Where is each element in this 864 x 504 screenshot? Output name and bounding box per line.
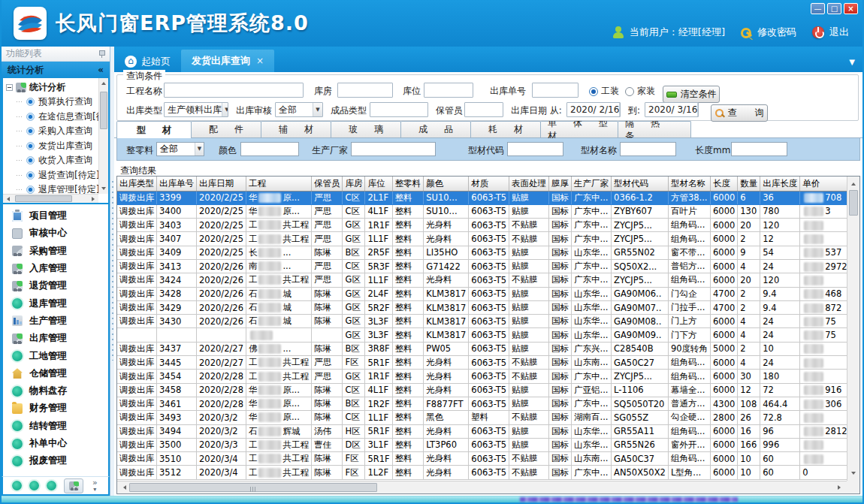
sidebar-menu-item[interactable]: 入库管理 xyxy=(3,260,108,277)
sidebar-menu-item[interactable]: 财务管理 xyxy=(3,400,108,417)
scroll-down-icon[interactable] xyxy=(851,472,856,477)
table-row[interactable]: 调拨出库34132020/2/26南...严思C区5R3F整料G71422606… xyxy=(117,259,847,273)
tree-item[interactable]: 退货查询[待定] xyxy=(3,168,98,183)
tree-item[interactable]: 发货出库查询 xyxy=(3,139,98,154)
column-header[interactable]: 型材代码 xyxy=(612,177,669,191)
filter-select[interactable]: 全部▼ xyxy=(156,142,204,156)
table-row[interactable]: 调拨出库34292020/2/26石城陈琳G区5R2F整料KLM38176063… xyxy=(117,300,847,314)
scroll-down-icon[interactable] xyxy=(101,187,106,192)
table-vertical-scrollbar[interactable] xyxy=(847,177,859,481)
sidebar-menu-item[interactable]: 仓储管理 xyxy=(3,365,108,382)
material-tab[interactable]: 辅 材 xyxy=(261,121,331,137)
column-header[interactable]: 出库日期 xyxy=(197,177,246,191)
logout-button[interactable]: 退出 xyxy=(829,26,849,39)
table-row[interactable]: 调拨出库34302020/2/26石城陈琳G区3L3F整料KLM38176063… xyxy=(117,315,847,328)
sidebar-menu-item[interactable]: 结转管理 xyxy=(3,418,108,435)
table-row[interactable]: 调拨出库34092020/2/25长...陈琳B区2R5F整料LI35HO606… xyxy=(117,246,847,259)
material-tab[interactable]: 隔 热 条 xyxy=(618,121,691,137)
table-row[interactable]: 调拨出库34032020/2/25工共工程严思G区1R1F整料光身料6063-T… xyxy=(117,219,847,232)
filter-input[interactable] xyxy=(351,142,436,156)
filter-input[interactable] xyxy=(620,142,676,156)
scroll-right-icon[interactable] xyxy=(92,197,97,201)
table-row[interactable]: 调拨出库33992020/2/25华原...严思C区2L1F整料SU10...6… xyxy=(117,191,847,204)
table-row[interactable]: 调拨出库34282020/2/26石城陈琳G区2L4F整料KLM38176063… xyxy=(117,287,847,300)
tree-hscroll-thumb[interactable] xyxy=(15,195,72,202)
column-header[interactable]: 库位 xyxy=(365,177,392,191)
filter-input[interactable] xyxy=(507,142,563,156)
material-tab[interactable]: 耗 材 xyxy=(470,121,541,137)
sidebar-menu-item[interactable]: 工地管理 xyxy=(3,347,108,364)
tab-shipping-outbound-query[interactable]: 发货出库查询 × xyxy=(181,50,274,72)
column-header[interactable]: 材质 xyxy=(469,177,509,191)
scroll-up-icon[interactable] xyxy=(851,180,856,186)
toolbar-dot-icon-2[interactable] xyxy=(29,481,39,490)
toolbar-cart-button[interactable] xyxy=(64,478,83,493)
sidebar-menu-item[interactable]: 采购管理 xyxy=(3,243,108,260)
tree-expander-icon[interactable] xyxy=(6,84,13,91)
out-type-select[interactable]: 生产领料出库▼ xyxy=(164,102,228,117)
sidebar-menu-item[interactable]: 退货管理 xyxy=(3,277,108,294)
filter-input[interactable] xyxy=(731,142,787,156)
sidebar-menu-item[interactable]: 报废管理 xyxy=(3,452,108,469)
toolbar-dot-icon-3[interactable] xyxy=(47,481,56,490)
scroll-right-icon[interactable] xyxy=(838,485,843,490)
date-to-picker[interactable]: 2020/ 3/16▼ xyxy=(645,102,699,117)
warehouse-input[interactable] xyxy=(337,83,393,98)
keeper-input[interactable] xyxy=(464,102,503,117)
minimize-button[interactable]: — xyxy=(811,3,825,14)
column-header[interactable]: 生产厂家 xyxy=(572,177,612,191)
table-row[interactable]: 调拨出库34612020/2/28华原...陈琳B区1R2F整料F8877FT6… xyxy=(117,397,847,410)
material-tab[interactable]: 成 品 xyxy=(400,121,471,137)
table-row[interactable]: 调拨出库34452020/2/27工共工程严思F区5R1F整料光身料6063-T… xyxy=(117,356,847,370)
column-header[interactable]: 保管员 xyxy=(311,177,343,191)
search-button[interactable]: 查 询 xyxy=(711,104,768,122)
toolbar-dot-icon-1[interactable] xyxy=(12,481,22,490)
maximize-button[interactable]: □ xyxy=(827,3,841,14)
column-header[interactable]: 型材名称 xyxy=(668,177,710,191)
sidebar-menu-item[interactable]: 物料盘存 xyxy=(3,382,108,400)
table-row[interactable]: 调拨出库35002020/3/3工共工程曹佳D区3L1F整料LT3P606063… xyxy=(117,438,847,451)
scroll-up-icon[interactable] xyxy=(101,80,106,85)
table-row[interactable]: 调拨出库34072020/2/25工共工程严思G区1L1F整料光身料6063-T… xyxy=(117,232,847,246)
audit-select[interactable]: 全部▼ xyxy=(275,102,323,117)
column-header[interactable]: 数量 xyxy=(738,177,760,191)
clear-conditions-button[interactable]: 清空条件 xyxy=(663,86,720,103)
pin-icon[interactable] xyxy=(98,50,105,58)
tab-list-caret-icon[interactable]: ▼ xyxy=(849,58,855,66)
table-horizontal-scrollbar[interactable] xyxy=(117,481,847,493)
sidebar-menu-item[interactable]: 补单中心 xyxy=(3,435,108,452)
filter-input[interactable] xyxy=(240,142,299,156)
sidebar-menu-item[interactable]: 项目管理 xyxy=(3,207,108,225)
table-row[interactable]: 调拨出库34542020/2/28工共工程严思G区1R1F整料光身料6063-T… xyxy=(117,370,847,383)
table-row[interactable]: 调拨出库34002020/2/25华原...严思C区4L1F整料SU10...6… xyxy=(117,204,847,218)
material-tab[interactable]: 配 件 xyxy=(191,121,261,137)
tree-item[interactable]: 退库管理[待定] xyxy=(3,183,98,194)
tree-item[interactable]: 收货入库查询 xyxy=(3,153,98,168)
table-hscroll-thumb[interactable] xyxy=(129,483,377,492)
toolbar-overflow-chevron[interactable]: »▾ xyxy=(92,479,98,493)
table-row[interactable]: 调拨出库35122020/3/4工共工程陈琳F区1L2F整料光身料6063-T5… xyxy=(117,466,847,479)
collapse-icon[interactable]: « xyxy=(98,65,104,75)
column-header[interactable]: 出库长度 xyxy=(760,177,800,191)
table-row[interactable]: 调拨出库34942020/3/2石辉城汤伟H区5R1F整料光身料6063-T5贴… xyxy=(117,424,847,438)
radio-jiazhuang[interactable]: 家装 xyxy=(625,85,655,98)
tree-vertical-scrollbar[interactable] xyxy=(98,78,108,194)
order-no-input[interactable] xyxy=(532,83,579,98)
project-name-input[interactable] xyxy=(164,83,304,98)
tree-root-node[interactable]: 统计分析 xyxy=(3,80,98,95)
tree-item[interactable]: 在途信息查询[待 xyxy=(3,110,98,125)
radio-gongzhuang[interactable]: 工装 xyxy=(589,85,619,98)
sidebar-menu-item[interactable]: 出库管理 xyxy=(3,330,108,347)
material-tab[interactable]: 单 体 型 材 xyxy=(540,121,618,137)
table-row[interactable]: 调拨出库34242020/2/26工共工程严思G区1L1F整料光身料6063-T… xyxy=(117,273,847,287)
table-vscroll-thumb[interactable] xyxy=(849,190,858,216)
column-header[interactable]: 库房 xyxy=(343,177,365,191)
table-row[interactable]: G区3L3F整料KLM38176063-T5贴膜国标山东华...GA90M09.… xyxy=(117,328,847,342)
column-header[interactable]: 出库类型 xyxy=(117,177,157,191)
stats-group-header[interactable]: 统计分析 « xyxy=(2,62,110,78)
table-row[interactable]: 调拨出库34582020/2/28华原...陈琳C区4L1F整料光身料6063-… xyxy=(117,383,847,397)
table-row[interactable]: 调拨出库34372020/2/27佛...陈琳B区3R8F整料PW056063-… xyxy=(117,342,847,355)
column-header[interactable]: 出库单号 xyxy=(157,177,197,191)
column-header[interactable]: 整零料 xyxy=(392,177,424,191)
table-row[interactable]: 调拨出库34932020/3/2华原...陈琳C区1L1F整料黑色塑料不贴膜国标… xyxy=(117,411,847,424)
